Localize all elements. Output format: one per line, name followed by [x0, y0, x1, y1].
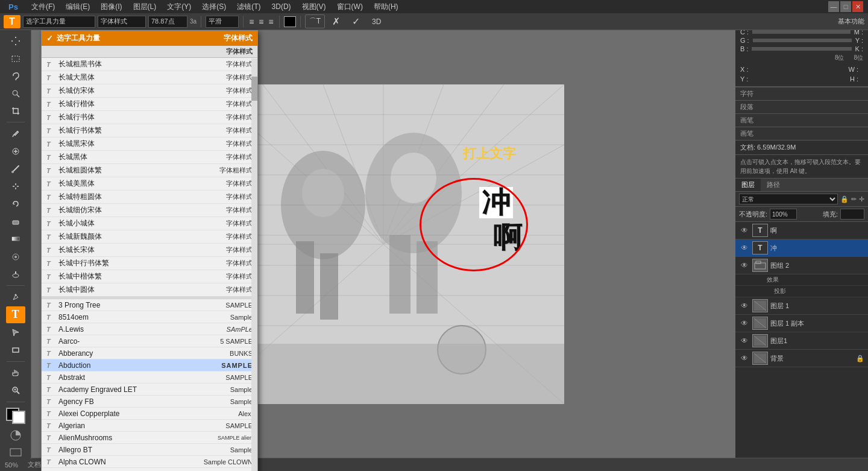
- font-item-AlienMushrooms[interactable]: T AlienMushrooms SAMPLE alien: [42, 432, 257, 444]
- marquee-tool[interactable]: [6, 50, 25, 66]
- tab-layers[interactable]: 图层: [735, 179, 761, 191]
- font-item-A.Lewis[interactable]: T A.Lewis SAmPLe: [42, 323, 257, 335]
- layer-visibility-toggle[interactable]: 👁: [739, 353, 750, 364]
- font-item-chinese-10[interactable]: T 长城特粗圆体 字体样式: [42, 191, 257, 204]
- font-item-Algerian[interactable]: T Algerian SAMPLE: [42, 420, 257, 432]
- font-item-Alpha-Niner[interactable]: T Alpha Niner Sample: [42, 468, 257, 471]
- font-item-chinese-9[interactable]: T 长城美黑体 字体样式: [42, 177, 257, 191]
- healing-tool[interactable]: [6, 143, 25, 159]
- paragraph-panel-label[interactable]: 段落: [735, 101, 868, 114]
- clone-stamp-tool[interactable]: [6, 179, 25, 195]
- layer-visibility-toggle[interactable]: 👁: [739, 300, 750, 311]
- layer-visibility-toggle[interactable]: 👁: [739, 260, 750, 271]
- font-item-chinese-0[interactable]: T 长城粗黑书体 字体样式: [42, 58, 257, 71]
- font-item-Abberancy[interactable]: T Abberancy BUNKS: [42, 347, 257, 359]
- brush2-panel-label[interactable]: 画笔: [735, 127, 868, 141]
- font-item-chinese-13[interactable]: T 长城新魏颜体 字体样式: [42, 230, 257, 244]
- eraser-tool[interactable]: [6, 213, 25, 230]
- type-tool[interactable]: T: [6, 306, 25, 323]
- path-select-tool[interactable]: [6, 324, 25, 341]
- font-item-8514oem[interactable]: T 8514oem Sample: [42, 311, 257, 323]
- font-size-input[interactable]: [148, 16, 187, 28]
- commit-type-button[interactable]: ✓: [347, 14, 365, 28]
- move-tool[interactable]: [6, 33, 25, 49]
- menu-help[interactable]: 帮助(H): [370, 1, 402, 13]
- canvas-chinese-text-line2[interactable]: 啊: [493, 223, 522, 252]
- menu-edit[interactable]: 编辑(E): [62, 1, 93, 13]
- gradient-tool[interactable]: [6, 231, 25, 247]
- layer-visibility-toggle[interactable]: 👁: [739, 318, 750, 329]
- minimize-button[interactable]: —: [828, 1, 839, 12]
- screen-mode-button[interactable]: [9, 447, 22, 459]
- color-swatches[interactable]: [6, 408, 25, 424]
- dodge-tool[interactable]: [6, 266, 25, 282]
- font-item-chinese-8[interactable]: T 长城粗圆体繁 字体粗样式: [42, 164, 257, 177]
- font-item-Aarco-[interactable]: T Aarco- 5 SAMPLE: [42, 335, 257, 347]
- font-item-3-Prong-Tree[interactable]: T 3 Prong Tree SAMPLE: [42, 299, 257, 311]
- font-family-input[interactable]: [23, 16, 95, 28]
- quick-mask-button[interactable]: [9, 429, 22, 444]
- font-dropdown-scrollbar[interactable]: [251, 58, 257, 471]
- font-item-Alexei-Copperplate[interactable]: T Alexei Copperplate Alexi: [42, 408, 257, 420]
- menu-select[interactable]: 选择(S): [198, 1, 230, 13]
- layer-item-背景[interactable]: 👁 背景 🔒: [735, 350, 868, 367]
- font-item-chinese-1[interactable]: T 长城大黑体 字体样式: [42, 71, 257, 84]
- layer-item-图层 1[interactable]: 👁 图层 1: [735, 297, 868, 315]
- history-brush-tool[interactable]: [6, 196, 25, 212]
- font-item-Allegro-BT[interactable]: T Allegro BT Sample: [42, 444, 257, 456]
- menu-filter[interactable]: 滤镜(T): [233, 1, 264, 13]
- font-item-chinese-5[interactable]: T 长城行书体繁 字体样式: [42, 124, 257, 138]
- quick-select-tool[interactable]: [6, 85, 25, 101]
- font-item-chinese-2[interactable]: T 长城仿宋体 字体样式: [42, 84, 257, 98]
- menu-image[interactable]: 图像(I): [97, 1, 125, 13]
- cancel-type-button[interactable]: ✗: [327, 14, 345, 28]
- menu-window[interactable]: 窗口(W): [333, 1, 366, 13]
- font-item-Academy-Engraved-LET[interactable]: T Academy Engraved LET Sample: [42, 384, 257, 396]
- brush-panel-label[interactable]: 画笔: [735, 114, 868, 127]
- layer-item-冲[interactable]: 👁 T 冲: [735, 239, 868, 257]
- aa-method-select[interactable]: [206, 16, 239, 28]
- canvas-chinese-text-line1[interactable]: 冲: [479, 187, 513, 218]
- align-right-button[interactable]: ≡: [267, 16, 274, 28]
- layer-item-图层1[interactable]: 👁 图层1: [735, 332, 868, 350]
- 3d-button[interactable]: 3D: [367, 16, 386, 27]
- blur-tool[interactable]: [6, 248, 25, 265]
- character-panel-label[interactable]: 字符: [735, 87, 868, 101]
- brush-tool[interactable]: [6, 161, 25, 177]
- shape-tool[interactable]: [6, 342, 25, 358]
- draw-icon[interactable]: ✏: [851, 195, 857, 203]
- font-item-Abduction[interactable]: T Abduction SAMPLE: [42, 359, 257, 371]
- fill-input[interactable]: [840, 209, 864, 220]
- layer-item-图层 1 副本[interactable]: 👁 图层 1 副本: [735, 315, 868, 332]
- move-icon[interactable]: ✛: [859, 195, 864, 203]
- menu-layer[interactable]: 图层(L): [130, 1, 160, 13]
- layer-item-图组 2[interactable]: 👁 图组 2: [735, 257, 868, 274]
- align-left-button[interactable]: ≡: [248, 16, 255, 28]
- layer-visibility-toggle[interactable]: 👁: [739, 225, 750, 236]
- font-item-chinese-17[interactable]: T 长城中圆体 字体样式: [42, 283, 257, 297]
- background-color[interactable]: [12, 411, 25, 424]
- font-item-chinese-6[interactable]: T 长城黑宋体 字体样式: [42, 138, 257, 151]
- menu-type[interactable]: 文字(Y): [163, 1, 195, 13]
- maximize-button[interactable]: □: [840, 1, 851, 12]
- menu-file[interactable]: 文件(F): [28, 1, 58, 13]
- align-center-button[interactable]: ≡: [257, 16, 265, 28]
- warp-text-button[interactable]: ⌒T: [305, 14, 325, 28]
- blend-mode-select[interactable]: 正常: [739, 194, 838, 204]
- layer-item-啊[interactable]: 👁 T 啊: [735, 222, 868, 239]
- eyedropper-tool[interactable]: [6, 125, 25, 142]
- font-item-chinese-11[interactable]: T 长城细仿宋体 字体样式: [42, 204, 257, 217]
- font-item-chinese-16[interactable]: T 长城中楷体繁 字体样式: [42, 270, 257, 283]
- close-button[interactable]: ✕: [852, 1, 863, 12]
- font-item-Agency-FB[interactable]: T Agency FB Sample: [42, 396, 257, 408]
- layer-visibility-toggle[interactable]: 👁: [739, 335, 750, 346]
- pen-tool[interactable]: [6, 289, 25, 305]
- lasso-tool[interactable]: [6, 68, 25, 84]
- crop-tool[interactable]: [6, 103, 25, 119]
- font-item-chinese-12[interactable]: T 长城小城体 字体样式: [42, 217, 257, 230]
- zoom-tool[interactable]: [6, 382, 25, 399]
- font-dropdown-scrollbar-thumb[interactable]: [251, 77, 257, 101]
- lock-icon[interactable]: 🔒: [840, 195, 849, 203]
- font-style-input[interactable]: [98, 16, 146, 28]
- menu-view[interactable]: 视图(V): [298, 1, 330, 13]
